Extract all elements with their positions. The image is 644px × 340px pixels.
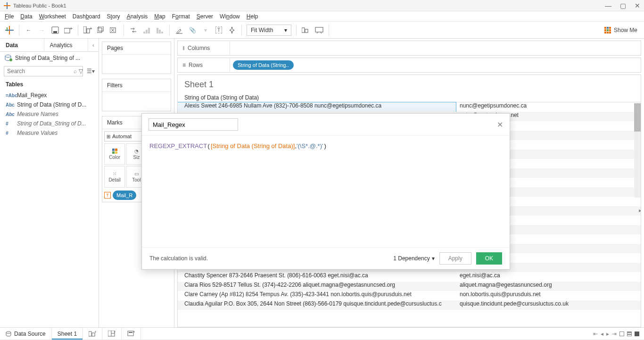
save-button[interactable]	[49, 24, 62, 37]
table-row[interactable]: Ciara Rios 529-8517 Tellus St. (374)-422…	[178, 282, 641, 291]
svg-point-30	[9, 58, 12, 61]
ok-button[interactable]: OK	[476, 252, 502, 265]
forward-button[interactable]: →	[35, 24, 49, 37]
svg-text:+: +	[133, 331, 135, 334]
sheet-title[interactable]: Sheet 1	[178, 75, 641, 94]
table-row[interactable]: Clare Carney (Ap #812) 8254 Tempus Av. (…	[178, 291, 641, 300]
new-worksheet-tab[interactable]: +	[83, 328, 102, 340]
clear-button[interactable]	[107, 24, 121, 37]
swap-button[interactable]	[127, 24, 140, 37]
filters-shelf[interactable]: Filters	[102, 79, 171, 111]
toolbar: ← → + + 📎 ▾ T Fit Width▾ Show Me	[0, 22, 644, 39]
search-icon[interactable]: ⌕	[74, 68, 77, 75]
menu-window[interactable]: Window	[220, 13, 240, 20]
svg-point-31	[6, 332, 11, 333]
new-dashboard-tab[interactable]: +	[102, 328, 122, 340]
vertical-scrollbar[interactable]	[634, 103, 641, 198]
field-item[interactable]: AbcString of Data (String of D...	[3, 100, 96, 109]
prev-tab-button[interactable]: ◂	[601, 331, 603, 337]
minimize-button[interactable]: —	[605, 2, 611, 9]
labels-button[interactable]: T	[212, 24, 225, 37]
new-story-tab[interactable]: +	[122, 328, 141, 340]
svg-rect-4	[7, 27, 8, 31]
svg-rect-26	[315, 27, 323, 32]
view-list-icon[interactable]: ☰▾	[87, 68, 95, 75]
group-button[interactable]: 📎	[186, 24, 199, 37]
new-worksheet-button[interactable]: +	[81, 24, 94, 37]
show-me-button[interactable]: Show Me	[604, 27, 641, 33]
show-filmstrip-button[interactable]	[619, 332, 624, 336]
rows-pill[interactable]: String of Data (String..	[233, 60, 294, 70]
sort-asc-button[interactable]	[140, 24, 153, 37]
field-item[interactable]: #String of Data_String of D...	[3, 119, 96, 128]
datasource-row[interactable]: String of Data_String of ...	[0, 52, 99, 64]
field-item[interactable]: AbcMeasure Names	[3, 109, 96, 119]
duplicate-button[interactable]	[94, 24, 107, 37]
color-icon	[112, 149, 117, 154]
marks-color[interactable]: Color	[104, 143, 125, 165]
last-tab-button[interactable]: ⇥	[612, 331, 617, 337]
menu-analysis[interactable]: Analysis	[127, 13, 148, 20]
first-tab-button[interactable]: ⇤	[593, 331, 598, 337]
data-pane: Data Analytics ‹ String of Data_String o…	[0, 39, 99, 327]
table-row[interactable]: Chastity Spencer 873-2646 Praesent St. (…	[178, 272, 641, 282]
menu-server[interactable]: Server	[197, 13, 213, 20]
svg-text:+: +	[70, 26, 73, 31]
svg-rect-7	[64, 28, 70, 33]
tab-data-source[interactable]: Data Source	[0, 328, 52, 340]
maximize-button[interactable]: ▢	[620, 2, 626, 9]
marks-pill-mail-regex[interactable]: Mail_R	[113, 191, 136, 200]
totals-button[interactable]: ▾	[199, 24, 212, 37]
table-row[interactable]: Claudia Aguilar P.O. Box 305, 2644 Non S…	[178, 300, 641, 310]
svg-rect-20	[157, 28, 158, 33]
tab-data[interactable]: Data	[0, 39, 44, 51]
new-datasource-button[interactable]: +	[62, 24, 75, 37]
titlebar: Tableau Public - Book1 — ▢ ✕	[0, 0, 644, 11]
apply-button[interactable]: Apply	[439, 252, 471, 265]
expand-handle-icon[interactable]: ▸	[639, 207, 641, 214]
highlight-button[interactable]	[173, 24, 186, 37]
dependencies-dropdown[interactable]: 1 Dependency ▾	[393, 255, 434, 262]
calc-formula-input[interactable]: REGEXP_EXTRACT([String of Data (String o…	[142, 136, 510, 247]
menu-file[interactable]: File	[5, 13, 14, 20]
pin-button[interactable]	[225, 24, 239, 37]
table-row[interactable]: Alexis Sweet 246-6985 Nullam Ave (832)-7…	[178, 102, 641, 112]
filter-icon[interactable]: ▽	[79, 68, 83, 75]
close-button[interactable]: ✕	[635, 2, 640, 9]
rows-shelf[interactable]: ≡Rows String of Data (String..	[177, 58, 641, 73]
menu-help[interactable]: Help	[247, 13, 258, 20]
collapse-pane-button[interactable]: ‹	[88, 39, 99, 51]
show-cards-button[interactable]	[299, 24, 313, 37]
detail-icon: ⁙	[113, 171, 116, 176]
show-tabs-button[interactable]	[635, 332, 639, 336]
datasource-tab-icon	[6, 331, 11, 337]
close-icon[interactable]: ✕	[497, 120, 503, 129]
field-item[interactable]: =AbcMail_Regex	[3, 91, 96, 100]
search-input[interactable]	[4, 66, 83, 76]
tableau-logo-icon[interactable]	[3, 24, 16, 37]
menu-data[interactable]: Data	[20, 13, 32, 20]
menu-format[interactable]: Format	[172, 13, 190, 20]
fit-dropdown[interactable]: Fit Width▾	[247, 25, 291, 36]
svg-rect-12	[97, 28, 102, 33]
column-header: String of Data (String of Data)	[178, 94, 641, 102]
columns-icon: ⦀	[182, 45, 185, 51]
back-button[interactable]: ←	[22, 24, 35, 37]
tab-analytics[interactable]: Analytics	[44, 39, 89, 51]
svg-text:+: +	[94, 331, 96, 334]
menu-worksheet[interactable]: Worksheet	[39, 13, 66, 20]
presentation-button[interactable]	[313, 24, 326, 37]
datasource-label: String of Data_String of ...	[15, 55, 80, 61]
menu-map[interactable]: Map	[154, 13, 165, 20]
menu-dashboard[interactable]: Dashboard	[73, 13, 100, 20]
show-sheets-button[interactable]	[627, 332, 632, 336]
pages-shelf[interactable]: Pages	[102, 41, 171, 74]
tab-sheet1[interactable]: Sheet 1	[52, 328, 83, 340]
sort-desc-button[interactable]	[153, 24, 166, 37]
calc-name-input[interactable]	[149, 118, 238, 131]
columns-shelf[interactable]: ⦀Columns	[177, 41, 641, 56]
next-tab-button[interactable]: ▸	[606, 331, 609, 337]
field-item[interactable]: #Measure Values	[3, 128, 96, 138]
menu-story[interactable]: Story	[107, 13, 120, 20]
marks-detail[interactable]: ⁙Detail	[104, 166, 125, 188]
